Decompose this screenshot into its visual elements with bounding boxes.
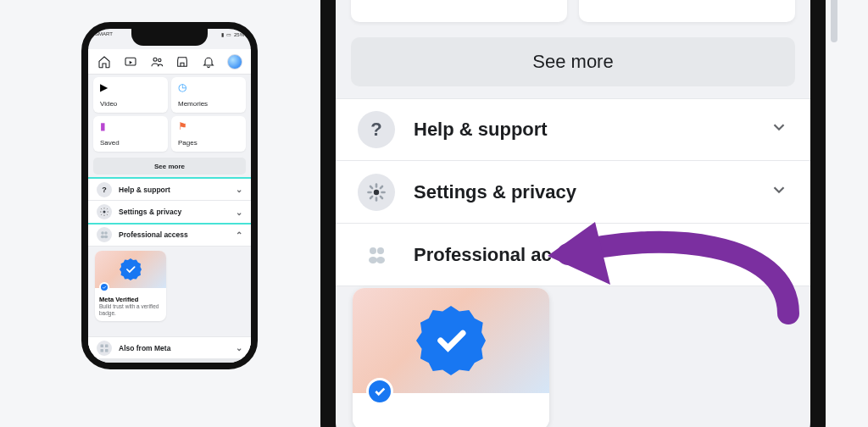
menu-professional-access-large[interactable]: Professional ac (336, 224, 810, 286)
svg-point-15 (369, 257, 377, 263)
chevron-down-icon: ⌄ (236, 185, 242, 194)
menu-help-support-large[interactable]: ? Help & support (336, 98, 810, 161)
large-shortcut-row: Saved Pages (336, 0, 810, 39)
gear-icon (358, 174, 395, 211)
top-nav (88, 49, 251, 75)
svg-rect-8 (101, 344, 104, 347)
menu-help-support[interactable]: ? Help & support ⌄ (88, 178, 251, 201)
svg-point-1 (153, 58, 157, 61)
friends-icon[interactable] (149, 54, 164, 69)
flag-icon: ⚑ (178, 121, 239, 131)
profile-icon[interactable] (227, 54, 242, 69)
chevron-down-icon (770, 180, 788, 204)
menu-settings-privacy-large[interactable]: Settings & privacy (336, 161, 810, 224)
tv-icon[interactable] (123, 54, 138, 69)
svg-point-7 (104, 236, 108, 239)
home-icon[interactable] (97, 54, 112, 69)
meta-verified-card[interactable]: Meta Verified Build trust with a verifie… (95, 251, 166, 321)
see-more-button[interactable]: See more (93, 158, 246, 175)
menu-professional-access[interactable]: Professional access ⌃ (88, 224, 251, 247)
svg-point-6 (101, 236, 105, 239)
shortcut-saved[interactable]: ▮ Saved (93, 116, 168, 152)
clock-icon: ◷ (178, 82, 239, 92)
svg-rect-10 (101, 349, 104, 352)
menu-also-from-meta[interactable]: Also from Meta ⌄ (88, 336, 251, 359)
verified-badge-icon (120, 258, 142, 280)
verified-badge-icon (416, 306, 486, 375)
svg-rect-9 (105, 344, 108, 347)
menu-label: Also from Meta (119, 344, 170, 352)
meta-apps-icon (97, 341, 112, 356)
menu-also-meta: Also from Meta ⌄ (88, 336, 251, 359)
question-icon: ? (358, 111, 395, 148)
verified-mini-badge-icon (366, 378, 393, 405)
chevron-down-icon: ⌄ (236, 343, 242, 352)
shortcuts-grid: ▶ Video ◷ Memories ▮ Saved ⚑ Pages (93, 77, 246, 152)
svg-point-14 (377, 247, 384, 254)
large-menu-list: ? Help & support Settings & privacy (336, 98, 810, 286)
svg-point-2 (158, 58, 160, 61)
meta-verified-desc: Build trust with a verified badge. (99, 303, 162, 317)
svg-point-5 (104, 231, 108, 235)
shortcut-memories[interactable]: ◷ Memories (171, 77, 246, 113)
shortcut-pages[interactable]: ⚑ Pages (171, 116, 246, 152)
battery-level: 25% (234, 32, 244, 37)
question-icon: ? (97, 182, 112, 197)
logout-label: Log out (157, 363, 181, 370)
verified-mini-badge-icon (99, 282, 109, 292)
menu-label: Professional ac (414, 244, 552, 266)
signal-icon: ▮ (221, 31, 224, 37)
menu-label: Professional access (119, 230, 188, 239)
logout-button[interactable]: Log out (93, 359, 246, 369)
svg-point-3 (103, 211, 106, 214)
small-menu-list: ? Help & support ⌄ Settings & privacy ⌄ … (88, 178, 251, 247)
chevron-down-icon: ⌄ (236, 208, 242, 217)
people-icon (358, 236, 395, 274)
menu-label: Help & support (414, 119, 548, 141)
battery-icon: ▭ (226, 31, 231, 37)
svg-rect-11 (105, 349, 108, 352)
shortcut-label: Saved (100, 139, 161, 147)
menu-settings-privacy[interactable]: Settings & privacy ⌄ (88, 201, 251, 224)
bookmark-icon: ▮ (100, 121, 161, 131)
svg-point-12 (374, 189, 379, 194)
svg-point-16 (376, 257, 385, 263)
menu-label: Help & support (119, 186, 170, 194)
small-phone-frame: SMART ▮ ▭ 25% ▶ Video ◷ Memor (81, 22, 258, 369)
large-phone-frame: Saved Pages See more ? Help & support (320, 0, 826, 427)
see-more-label: See more (154, 163, 185, 170)
shortcut-label: Video (100, 100, 161, 108)
meta-verified-title: Meta Verified (99, 296, 162, 303)
svg-point-13 (370, 247, 376, 254)
shortcut-pages-large[interactable]: Pages (579, 0, 795, 22)
menu-label: Settings & privacy (414, 181, 576, 203)
see-more-button-large[interactable]: See more (351, 37, 795, 86)
menu-label: Settings & privacy (119, 208, 181, 216)
shortcut-video[interactable]: ▶ Video (93, 77, 168, 113)
shortcut-label: Memories (178, 100, 239, 108)
see-more-label: See more (532, 51, 613, 73)
market-icon[interactable] (175, 54, 190, 69)
meta-verified-card-large[interactable] (353, 288, 549, 427)
video-play-icon: ▶ (100, 82, 161, 92)
scrollbar[interactable] (831, 0, 837, 42)
phone-notch (131, 29, 208, 46)
svg-point-4 (101, 231, 104, 235)
bell-icon[interactable] (201, 54, 216, 69)
people-icon (97, 227, 112, 242)
chevron-up-icon: ⌃ (236, 230, 242, 240)
shortcut-label: Pages (178, 139, 239, 147)
meta-verified-body (353, 393, 549, 427)
status-carrier: SMART (95, 31, 113, 37)
chevron-down-icon (770, 118, 788, 141)
shortcut-saved-large[interactable]: Saved (351, 0, 567, 22)
gear-icon (97, 204, 112, 219)
